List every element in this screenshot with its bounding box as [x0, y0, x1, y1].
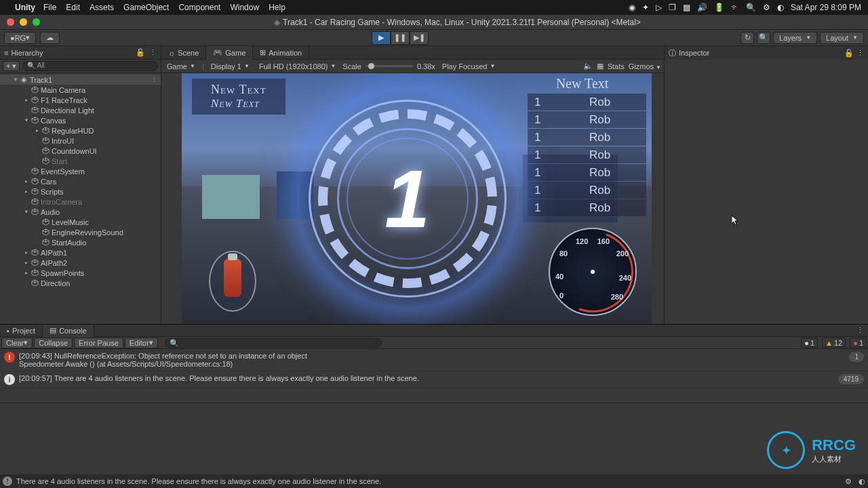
error-count[interactable]: ●1: [850, 338, 867, 348]
menu-help[interactable]: Help: [269, 3, 285, 12]
statusbar-battery-icon[interactable]: 🔋: [714, 3, 724, 12]
global-search-icon[interactable]: 🔍: [757, 32, 770, 44]
statusbar-siri-icon[interactable]: ◐: [777, 3, 784, 12]
menu-file[interactable]: File: [43, 3, 56, 12]
hierarchy-item[interactable]: EventSystem: [0, 166, 161, 176]
layers-dropdown[interactable]: Layers▼: [773, 32, 817, 44]
panel-menu-icon[interactable]: ⋮: [856, 326, 864, 335]
hierarchy-item[interactable]: ▸RegularHUD: [0, 125, 161, 136]
statusbar-wifi-icon[interactable]: ᯤ: [731, 3, 739, 12]
hierarchy-search[interactable]: 🔍 All: [22, 61, 158, 71]
tab-animation[interactable]: ⊞ Animation: [253, 46, 309, 60]
hierarchy-item[interactable]: ▸AIPath2: [0, 258, 161, 268]
hierarchy-item[interactable]: IntroUI: [0, 136, 161, 146]
console-panel: ▪ Project ▤ Console ⋮ Clear ▾ Collapse E…: [0, 324, 868, 456]
statusbar-search-icon[interactable]: 🔍: [746, 3, 756, 12]
lock-icon[interactable]: 🔓: [844, 49, 854, 58]
statusbar-clock[interactable]: Sat Apr 29 8:09 PM: [791, 3, 861, 12]
menu-edit[interactable]: Edit: [66, 3, 80, 12]
hierarchy-item[interactable]: ▼Canvas: [0, 115, 161, 125]
hierarchy-item[interactable]: Main Camera: [0, 85, 161, 95]
status-info-icon: !: [3, 476, 12, 486]
hierarchy-item[interactable]: Directional Light: [0, 105, 161, 115]
hierarchy-item[interactable]: ▼Audio: [0, 207, 161, 217]
statusbar-date-icon[interactable]: ▦: [683, 3, 690, 12]
maximize-window[interactable]: [33, 18, 40, 26]
statusbar-control-icon[interactable]: ⚙: [763, 3, 770, 12]
create-dropdown[interactable]: + ▾: [3, 61, 20, 71]
statusbar-volume-icon[interactable]: 🔊: [697, 3, 707, 12]
close-window[interactable]: [7, 18, 14, 26]
error-pause-button[interactable]: Error Pause: [74, 338, 123, 348]
hierarchy-item[interactable]: CountdownUI: [0, 146, 161, 156]
console-search[interactable]: 🔍: [165, 338, 382, 348]
minimize-window[interactable]: [20, 18, 27, 26]
statusbar-play-icon[interactable]: ▷: [656, 3, 662, 12]
step-button[interactable]: ▶❚: [410, 31, 429, 45]
panel-menu-icon[interactable]: ⋮: [856, 49, 864, 58]
hierarchy-item[interactable]: Start: [0, 156, 161, 166]
tab-game[interactable]: 🎮 Game: [206, 46, 253, 60]
hierarchy-tab[interactable]: ≡ Hierarchy🔓⋮: [0, 46, 161, 60]
hierarchy-item[interactable]: ▸Scripts: [0, 186, 161, 197]
panel-menu-icon[interactable]: ⋮: [149, 48, 157, 57]
console-log-entry[interactable]: ![20:09:43] NullReferenceException: Obje…: [0, 349, 868, 371]
console-detail-pane: [0, 403, 868, 457]
pause-button[interactable]: ❚❚: [391, 31, 410, 45]
console-log-entry[interactable]: i[20:09:57] There are 4 audio listeners …: [0, 371, 868, 388]
leaderboard-row: 1Rob: [528, 182, 646, 199]
undo-history-icon[interactable]: ↻: [741, 32, 754, 44]
hierarchy-item[interactable]: ▸SpawnPoints: [0, 268, 161, 278]
scale-label: Scale: [342, 62, 361, 70]
statusbar-unity-icon[interactable]: ✦: [642, 3, 649, 12]
hierarchy-item[interactable]: ▸AIPath1: [0, 247, 161, 258]
play-focused-dropdown[interactable]: Play Focused▼: [439, 61, 498, 72]
collapse-button[interactable]: Collapse: [34, 338, 73, 348]
hierarchy-item[interactable]: ▸Cars: [0, 176, 161, 186]
hierarchy-item[interactable]: LevelMusic: [0, 217, 161, 227]
gizmos-dropdown[interactable]: Gizmos ▼: [629, 62, 661, 70]
game-viewport[interactable]: New Text New Text New Text 1Rob1Rob1Rob1…: [182, 73, 652, 324]
tab-project[interactable]: ▪ Project: [0, 325, 43, 337]
play-button[interactable]: ▶: [372, 31, 391, 45]
layout-dropdown[interactable]: Layout▼: [820, 32, 864, 44]
menu-gameobject[interactable]: GameObject: [123, 3, 169, 12]
hierarchy-item[interactable]: Direction: [0, 278, 161, 288]
status-icon-2[interactable]: ◐: [859, 477, 865, 486]
resolution-dropdown[interactable]: Full HD (1920x1080)▼: [256, 61, 338, 72]
warning-count[interactable]: ▲12: [822, 338, 846, 348]
cloud-button[interactable]: ☁: [40, 32, 60, 44]
info-count[interactable]: ●1: [801, 338, 818, 348]
statusbar-record-icon[interactable]: ◉: [629, 3, 635, 12]
hierarchy-item[interactable]: ▸F1 RaceTrack: [0, 95, 161, 105]
status-icon-1[interactable]: ⚙: [845, 477, 852, 486]
hierarchy-item[interactable]: IntroCamera: [0, 197, 161, 207]
stats-button[interactable]: Stats: [608, 62, 625, 70]
gizmos-stats-icon[interactable]: ▦: [597, 62, 604, 70]
account-dropdown[interactable]: ● RG ▾: [4, 32, 36, 44]
scene-root[interactable]: ▼◈Track1⋮: [0, 75, 161, 85]
lock-icon[interactable]: 🔓: [136, 48, 145, 57]
game-mode-dropdown[interactable]: Game▼: [164, 61, 198, 72]
hierarchy-tree[interactable]: ▼◈Track1⋮ Main Camera▸F1 RaceTrackDirect…: [0, 73, 161, 324]
mac-menu-bar: Unity File Edit Assets GameObject Compon…: [0, 0, 868, 15]
console-log-list[interactable]: ![20:09:43] NullReferenceException: Obje…: [0, 349, 868, 403]
hierarchy-item[interactable]: EngineRevvingSound: [0, 227, 161, 237]
statusbar-screens-icon[interactable]: ❐: [669, 3, 676, 12]
app-name[interactable]: Unity: [15, 3, 35, 12]
tab-scene[interactable]: ☼ Scene: [161, 46, 206, 60]
tab-console[interactable]: ▤ Console: [43, 325, 94, 337]
gameobject-icon: [41, 239, 50, 246]
status-bar: ! There are 4 audio listeners in the sce…: [0, 474, 868, 488]
menu-window[interactable]: Window: [230, 3, 259, 12]
inspector-tab[interactable]: ⓘ Inspector🔓 ⋮: [665, 46, 868, 60]
display-dropdown[interactable]: Display 1▼: [208, 61, 252, 72]
leaderboard: 1Rob1Rob1Rob1Rob1Rob1Rob1Rob: [528, 94, 646, 217]
hierarchy-item[interactable]: StartAudio: [0, 237, 161, 247]
menu-component[interactable]: Component: [178, 3, 220, 12]
clear-button[interactable]: Clear ▾: [1, 338, 33, 348]
editor-dropdown[interactable]: Editor ▾: [125, 338, 158, 348]
mute-audio-icon[interactable]: 🔈: [583, 62, 593, 70]
scale-slider[interactable]: [366, 65, 413, 67]
menu-assets[interactable]: Assets: [90, 3, 114, 12]
